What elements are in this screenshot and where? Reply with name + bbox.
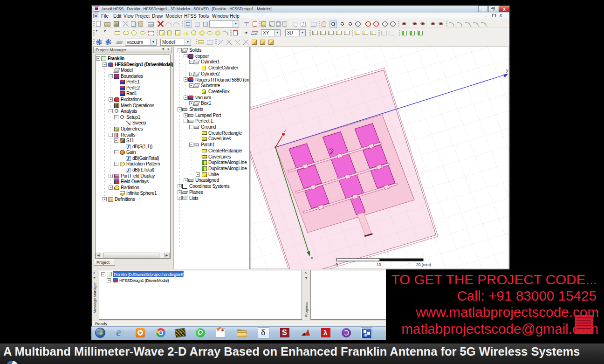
- svg-text:20 (mm): 20 (mm): [416, 262, 431, 267]
- svg-text:0: 0: [336, 262, 338, 267]
- svg-text:y: y: [506, 68, 508, 73]
- svg-text:x: x: [311, 255, 313, 260]
- svg-text:10: 10: [377, 262, 381, 267]
